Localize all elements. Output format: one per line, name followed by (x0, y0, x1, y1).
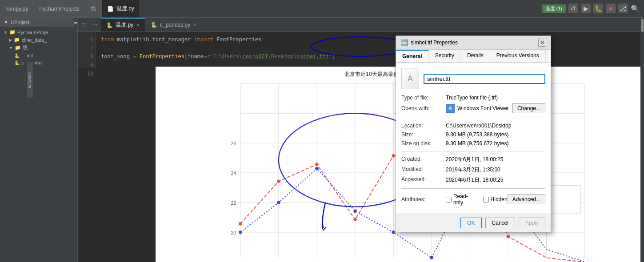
dialog-tab-prev-versions[interactable]: Previous Versions (490, 50, 546, 62)
svg-point-24 (353, 218, 357, 222)
tree-item-cline[interactable]: ▶ 📁 cline_data_ (5, 36, 77, 44)
cancel-button[interactable]: Cancel (485, 218, 515, 228)
project-title-label: 1:Project (10, 20, 29, 25)
top-tab-line[interactable]: 线 (85, 0, 102, 17)
editor-tab-pandas-close[interactable]: ✕ (193, 22, 196, 27)
top-tab-line-label: 线 (91, 5, 96, 12)
back-btn[interactable]: ≡ (78, 21, 88, 28)
tree-item-pycharm[interactable]: ▼ 📁 PycharmProje (0, 28, 77, 36)
tree-arrow-line: ▼ (9, 46, 13, 50)
top-bar: numpy.py PycharmProjects 线 📄 温度.py 温度 (1… (0, 0, 644, 18)
location-value: C:\Users\venro001\Desktop (446, 123, 545, 129)
hidden-checkbox-label[interactable]: Hidden (483, 196, 508, 202)
recent-files-btn[interactable]: ⋯ (88, 22, 101, 28)
svg-point-29 (239, 230, 242, 234)
hidden-label: Hidden (491, 196, 508, 202)
hidden-checkbox[interactable] (483, 197, 489, 202)
refresh-btn[interactable]: ↺ (568, 4, 578, 13)
temp-badge[interactable]: 温度 (1) (542, 4, 566, 13)
svg-point-25 (392, 154, 395, 158)
dialog-tab-general[interactable]: General (396, 50, 429, 62)
dialog-footer: OK Cancel Apply (396, 214, 551, 232)
opens-value: Windows Font Viewer (457, 105, 509, 111)
modified-value: 2019年3月2日, 1:35:00 (446, 166, 545, 174)
readonly-checkbox-label[interactable]: Read-only (446, 193, 478, 206)
separator3 (401, 188, 545, 189)
advanced-button[interactable]: Advanced... (508, 195, 545, 204)
modified-row: Modified: 2019年3月2日, 1:35:00 (401, 166, 545, 174)
stop-btn[interactable]: ■ (606, 4, 616, 13)
code-editor[interactable]: 678910 from matplotlib.font_manager impo… (78, 32, 644, 67)
py-icon-init: 🐍 (14, 53, 20, 58)
svg-point-30 (277, 201, 280, 204)
tree-arrow-cline: ▶ (9, 38, 12, 42)
editor-tab-temp[interactable]: 🐍 温度.py ✕ (101, 18, 145, 32)
top-tab-temp-icon: 📄 (107, 6, 114, 12)
file-name-input[interactable] (424, 74, 545, 84)
editor-tab-pandas-label: c_pandas.py (160, 22, 190, 28)
top-tab-projects[interactable]: PycharmProjects (34, 0, 85, 17)
project-panel: ▼ 1:Project ▼ 📁 PycharmProje ▶ 📁 cline_d… (0, 18, 78, 262)
svg-point-22 (277, 179, 280, 183)
right-scrollbar[interactable] (640, 18, 644, 262)
created-value: 2020年6月1日, 18:00:25 (446, 156, 545, 163)
size-value: 9.30 MB (9,753,388 bytes) (446, 131, 545, 138)
svg-text:24: 24 (231, 171, 236, 176)
ide-background: numpy.py PycharmProjects 线 📄 温度.py 温度 (1… (0, 0, 644, 262)
readonly-label: Read-only (453, 193, 478, 206)
dialog-tabs: General Security Details Previous Versio… (396, 50, 551, 63)
dialog-tab-details[interactable]: Details (461, 50, 490, 62)
build-btn[interactable]: ▶ (581, 4, 591, 13)
editor-area: ≡ ⋯ 🐍 温度.py ✕ 🐍 c_pandas.py ✕ 678910 fro… (78, 18, 644, 262)
tree-label-pycharm: PycharmProje (17, 30, 48, 35)
checkbox-group: Read-only Hidden (446, 193, 508, 206)
location-label: Location: (401, 123, 446, 129)
separator2 (401, 151, 545, 151)
svg-point-28 (507, 235, 510, 238)
tree-item-init[interactable]: 🐍 __init__ (11, 52, 77, 59)
tree-item-line[interactable]: ▼ 📁 线 (5, 44, 77, 52)
editor-tab-pandas[interactable]: 🐍 c_pandas.py ✕ (145, 18, 202, 32)
size-disk-label: Size on disk: (401, 140, 446, 147)
git-btn[interactable]: ⎇ (618, 4, 628, 13)
svg-text:26: 26 (231, 141, 236, 146)
top-tab-projects-label: PycharmProjects (39, 6, 80, 12)
py-icon-pandas: 🐍 (14, 60, 20, 65)
editor-tab-pandas-icon: 🐍 (151, 22, 157, 28)
modified-label: Modified: (401, 166, 446, 172)
svg-text:22: 22 (231, 200, 236, 206)
tree-arrow: ▼ (4, 30, 8, 35)
created-label: Created: (401, 156, 446, 162)
ok-button[interactable]: OK (460, 218, 481, 228)
change-button[interactable]: Change... (512, 103, 545, 113)
top-tab-numpy[interactable]: numpy.py (0, 0, 34, 17)
location-row: Location: C:\Users\venro001\Desktop (401, 123, 545, 129)
folder-icon-line: 📁 (15, 45, 21, 51)
debug-btn[interactable]: 🐛 (593, 4, 603, 13)
dialog-close-button[interactable]: ✕ (538, 39, 546, 47)
file-icon-row: A (401, 68, 545, 89)
readonly-checkbox[interactable] (446, 197, 452, 202)
code-content[interactable]: from matplotlib.font_manager import Font… (96, 32, 644, 67)
apply-button[interactable]: Apply (519, 218, 545, 228)
top-tab-numpy-label: numpy.py (5, 6, 28, 12)
attributes-row: Attributes: Read-only Hidden Advanced... (401, 193, 545, 206)
type-row: Type of file: TrueType font file (.ttf) (401, 95, 545, 101)
tree-label-line: 线 (23, 44, 28, 51)
dialog-title-label: simhei.ttf Properties (411, 40, 458, 46)
svg-point-31 (315, 167, 319, 171)
editor-tabs: ≡ ⋯ 🐍 温度.py ✕ 🐍 c_pandas.py ✕ (78, 18, 644, 32)
dialog-tab-security[interactable]: Security (429, 50, 461, 62)
opens-with-row: Opens with: A Windows Font Viewer Change… (401, 103, 545, 113)
structure-label[interactable]: Structure (27, 62, 33, 98)
tree-item-pandas[interactable]: 🐍 c_pandas (11, 59, 77, 66)
editor-tab-temp-label: 温度.py (116, 21, 133, 29)
search-icon-top[interactable]: 🔍 (631, 4, 640, 13)
size-disk-value: 9.30 MB (9,756,672 bytes) (446, 140, 545, 147)
top-right-buttons: 温度 (1) ↺ ▶ 🐛 ■ ⎇ 🔍 (542, 4, 640, 13)
top-tab-temp[interactable]: 📄 温度.py (102, 0, 140, 17)
size-disk-row: Size on disk: 9.30 MB (9,756,672 bytes) (401, 140, 545, 147)
project-tree: ▼ 📁 PycharmProje ▶ 📁 cline_data_ ▼ 📁 线 🐍… (0, 27, 77, 68)
opens-icon: A (446, 104, 455, 113)
editor-tab-temp-close[interactable]: ✕ (136, 23, 140, 28)
